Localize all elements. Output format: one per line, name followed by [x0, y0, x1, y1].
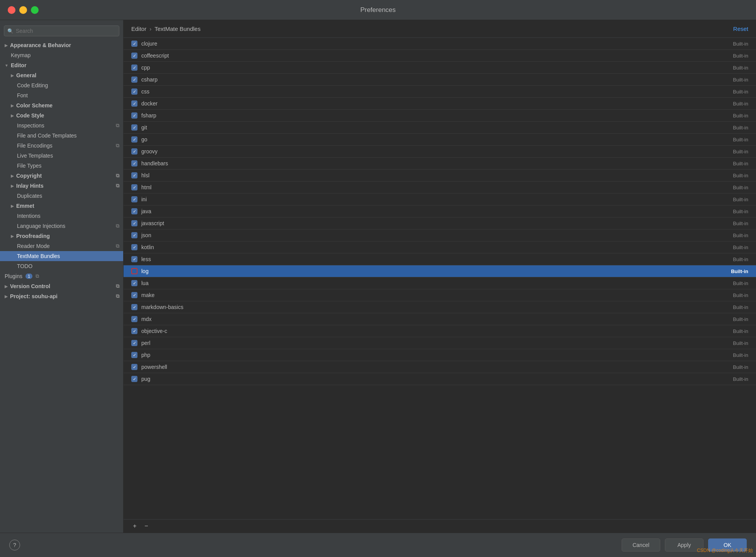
sidebar-item-inlay-hints[interactable]: ▶ Inlay Hints ⧉ [0, 181, 123, 191]
sidebar-item-general[interactable]: ▶ General [0, 70, 123, 80]
bundle-row[interactable]: clojureBuilt-in [124, 38, 756, 50]
bundle-checkbox[interactable] [131, 316, 137, 322]
bundle-name: pug [141, 376, 729, 382]
bundle-row[interactable]: lessBuilt-in [124, 253, 756, 265]
bundle-checkbox[interactable] [131, 88, 137, 95]
main-container: 🔍 ▶ Appearance & Behavior Keymap ▼ Edito… [0, 20, 756, 533]
bundle-checkbox[interactable] [131, 208, 137, 214]
sidebar-item-copyright[interactable]: ▶ Copyright ⧉ [0, 171, 123, 181]
bundle-row[interactable]: objective-cBuilt-in [124, 325, 756, 337]
bundle-checkbox[interactable] [131, 292, 137, 298]
sidebar-item-proofreading[interactable]: ▶ Proofreading [0, 231, 123, 241]
sidebar-item-inspections[interactable]: Inspections ⧉ [0, 121, 123, 131]
maximize-button[interactable] [31, 6, 39, 14]
bundle-row[interactable]: jsonBuilt-in [124, 229, 756, 241]
sidebar-item-plugins[interactable]: Plugins 1 ⧉ [0, 271, 123, 281]
sidebar-item-version-control[interactable]: ▶ Version Control ⧉ [0, 281, 123, 291]
bundle-row[interactable]: powershellBuilt-in [124, 361, 756, 373]
sidebar-item-todo[interactable]: TODO [0, 261, 123, 271]
bundle-name: groovy [141, 148, 729, 155]
sidebar-item-emmet[interactable]: ▶ Emmet [0, 201, 123, 211]
bundle-checkbox[interactable] [131, 280, 137, 286]
sidebar-item-live-templates[interactable]: Live Templates [0, 151, 123, 161]
bundle-row[interactable]: hlslBuilt-in [124, 170, 756, 182]
bundle-checkbox[interactable] [131, 244, 137, 250]
bundle-checkbox[interactable] [131, 352, 137, 358]
bundle-status: Built-in [733, 161, 748, 166]
bundle-checkbox[interactable] [131, 172, 137, 178]
bundle-row[interactable]: cppBuilt-in [124, 62, 756, 74]
bundle-row[interactable]: luaBuilt-in [124, 277, 756, 289]
sidebar-item-font[interactable]: Font [0, 90, 123, 100]
bundle-row[interactable]: javaBuilt-in [124, 205, 756, 217]
bundle-row[interactable]: iniBuilt-in [124, 194, 756, 205]
sidebar-item-textmate-bundles[interactable]: TextMate Bundles [0, 251, 123, 261]
bundle-row[interactable]: mdxBuilt-in [124, 313, 756, 325]
bundle-row[interactable]: phpBuilt-in [124, 349, 756, 361]
bundle-row[interactable]: markdown-basicsBuilt-in [124, 301, 756, 313]
bundle-checkbox[interactable] [131, 376, 137, 382]
bundle-checkbox[interactable] [131, 160, 137, 166]
search-input[interactable] [16, 28, 116, 34]
bundle-checkbox[interactable] [131, 100, 137, 107]
bundle-checkbox[interactable] [131, 124, 137, 131]
bundle-checkbox[interactable] [131, 148, 137, 155]
reset-button[interactable]: Reset [733, 25, 748, 32]
sidebar-item-project[interactable]: ▶ Project: souhu-api ⧉ [0, 291, 123, 301]
bundle-row[interactable]: csharpBuilt-in [124, 74, 756, 86]
bundle-row[interactable]: makeBuilt-in [124, 289, 756, 301]
bundle-checkbox[interactable] [131, 112, 137, 119]
add-bundle-button[interactable]: + [130, 522, 140, 530]
bundle-row[interactable]: cssBuilt-in [124, 86, 756, 98]
bundle-checkbox[interactable] [131, 220, 137, 226]
bundle-checkbox[interactable] [131, 41, 137, 47]
bundle-row[interactable]: groovyBuilt-in [124, 146, 756, 158]
bundle-row[interactable]: dockerBuilt-in [124, 98, 756, 110]
close-button[interactable] [8, 6, 15, 14]
sidebar-item-duplicates[interactable]: Duplicates [0, 191, 123, 201]
bundle-row[interactable]: handlebarsBuilt-in [124, 158, 756, 170]
cancel-button[interactable]: Cancel [622, 538, 660, 552]
bundle-row[interactable]: pugBuilt-in [124, 373, 756, 385]
sidebar-item-keymap[interactable]: Keymap [0, 50, 123, 60]
bundle-status: Built-in [733, 245, 748, 250]
sidebar-item-reader-mode[interactable]: Reader Mode ⧉ [0, 241, 123, 251]
sidebar-item-file-code-templates[interactable]: File and Code Templates [0, 131, 123, 141]
bundle-row[interactable]: htmlBuilt-in [124, 182, 756, 194]
bundle-row[interactable]: coffeescriptBuilt-in [124, 50, 756, 62]
bundle-row[interactable]: kotlinBuilt-in [124, 241, 756, 253]
sidebar-item-code-style[interactable]: ▶ Code Style [0, 110, 123, 121]
bundle-checkbox[interactable] [131, 196, 137, 202]
sidebar-item-intentions[interactable]: Intentions [0, 211, 123, 221]
sidebar-item-code-editing[interactable]: Code Editing [0, 80, 123, 90]
bundle-row[interactable]: javascriptBuilt-in [124, 217, 756, 229]
bundle-checkbox[interactable] [131, 53, 137, 59]
help-button[interactable]: ? [9, 540, 20, 550]
bundle-checkbox[interactable] [131, 136, 137, 143]
sidebar-item-editor[interactable]: ▼ Editor [0, 60, 123, 70]
bundle-checkbox[interactable] [131, 340, 137, 346]
sidebar-item-file-encodings[interactable]: File Encodings ⧉ [0, 141, 123, 151]
sidebar-item-language-injections[interactable]: Language Injections ⧉ [0, 221, 123, 231]
bundle-checkbox[interactable] [131, 304, 137, 310]
bundle-checkbox[interactable] [131, 76, 137, 83]
bundle-checkbox[interactable] [131, 65, 137, 71]
bundle-row[interactable]: gitBuilt-in [124, 122, 756, 134]
bundle-checkbox[interactable] [131, 364, 137, 370]
bundle-checkbox[interactable] [131, 328, 137, 334]
sidebar-item-appearance[interactable]: ▶ Appearance & Behavior [0, 40, 123, 50]
bundle-checkbox[interactable] [131, 232, 137, 238]
bundle-row[interactable]: goBuilt-in [124, 134, 756, 146]
bundle-row[interactable]: perlBuilt-in [124, 337, 756, 349]
bundle-row[interactable]: logBuilt-in [124, 265, 756, 277]
sidebar-item-file-types[interactable]: File Types [0, 161, 123, 171]
bundle-row[interactable]: fsharpBuilt-in [124, 110, 756, 122]
sidebar-item-color-scheme[interactable]: ▶ Color Scheme [0, 100, 123, 110]
traffic-lights[interactable] [8, 6, 39, 14]
remove-bundle-button[interactable]: − [141, 522, 151, 530]
bundle-checkbox[interactable] [131, 184, 137, 190]
bundle-checkbox[interactable] [131, 268, 137, 274]
search-box[interactable]: 🔍 [4, 25, 119, 36]
bundle-checkbox[interactable] [131, 256, 137, 262]
minimize-button[interactable] [19, 6, 27, 14]
